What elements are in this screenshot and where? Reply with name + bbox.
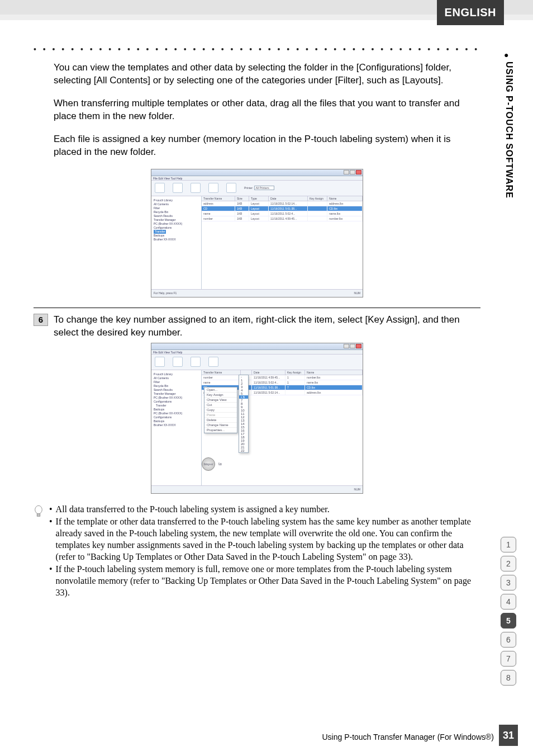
screenshot-transfer-manager-1: File Edit View Tool Help Printer: All Pr… — [151, 169, 363, 297]
open-icon — [191, 183, 201, 193]
folder-tree: P-touch Library All Contents Filter Recy… — [151, 196, 202, 289]
close-icon — [356, 170, 361, 174]
paragraph-3: Each file is assigned a key number (memo… — [34, 133, 480, 159]
display-style-icon — [226, 183, 236, 193]
chapter-tab-4[interactable]: 4 — [501, 594, 516, 609]
maximize-icon — [350, 170, 355, 174]
transfer-icon — [155, 183, 165, 193]
context-menu: Open... Key Assign Change View Cut Copy … — [204, 387, 237, 433]
window-titlebar — [151, 169, 363, 176]
step-text: To change the key number assigned to an … — [54, 314, 480, 339]
toolbar: Printer: All Printers — [151, 181, 363, 196]
dotted-rule: • • • • • • • • • • • • • • • • • • • • … — [34, 45, 480, 54]
paragraph-2: When transferring multiple templates or … — [34, 97, 480, 123]
chapter-tabs: 1 2 3 4 5 6 7 8 — [501, 537, 516, 686]
chapter-tab-8[interactable]: 8 — [501, 670, 516, 686]
selected-tree-node: Transfer — [154, 230, 166, 234]
chapter-tab-5[interactable]: 5 — [501, 613, 516, 629]
screenshot-transfer-manager-2: File Edit View Tool Help P-touch Library… — [151, 343, 363, 494]
chapter-tab-3[interactable]: 3 — [501, 575, 516, 590]
backup-icon — [173, 183, 183, 193]
key-assign-submenu: - 1 2 3 4 5 • 6 7 8 9 10 11 12 13 14 15 — [239, 375, 249, 453]
file-list: Transfer Name Size Type Date Key Assign … — [202, 196, 363, 289]
lightbulb-icon — [34, 505, 45, 600]
step-6: 6 To change the key number assigned to a… — [34, 308, 480, 339]
page-number: 31 — [499, 725, 518, 746]
chapter-tab-7[interactable]: 7 — [501, 651, 516, 667]
paragraph-1: You can view the templates and other dat… — [34, 62, 480, 87]
note-3: If the P-touch labeling system memory is… — [56, 564, 480, 598]
search-icon — [208, 183, 218, 193]
chapter-tab-6[interactable]: 6 — [501, 632, 516, 648]
menu-bar: File Edit View Tool Help — [151, 176, 363, 181]
footer-text: Using P-touch Transfer Manager (For Wind… — [322, 733, 494, 741]
minimize-icon — [344, 170, 349, 174]
side-section-label: ● USING P-TOUCH SOFTWARE — [504, 50, 515, 199]
main-content: • • • • • • • • • • • • • • • • • • • • … — [34, 45, 480, 600]
step-number: 6 — [34, 314, 48, 326]
note-1: All data transferred to the P-touch labe… — [56, 504, 330, 516]
chapter-tab-1[interactable]: 1 — [501, 537, 516, 552]
import-disc-icon: Impor — [202, 457, 215, 471]
import-suffix: ta — [218, 461, 222, 466]
svg-point-0 — [35, 505, 42, 513]
note-2: If the template or other data transferre… — [56, 516, 480, 563]
language-tag: ENGLISH — [437, 0, 504, 25]
chapter-tab-2[interactable]: 2 — [501, 556, 516, 571]
printer-label: Printer: All Printers — [244, 186, 274, 190]
note-block: •All data transferred to the P-touch lab… — [34, 504, 480, 600]
